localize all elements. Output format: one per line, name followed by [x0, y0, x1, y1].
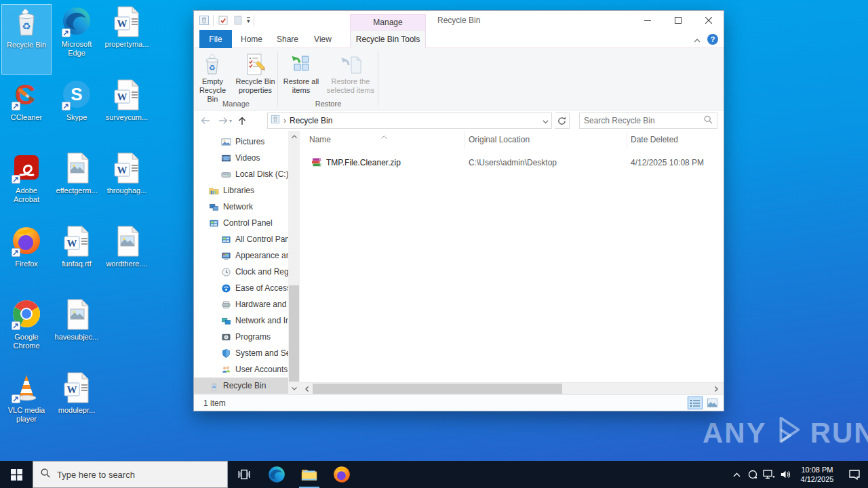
tab-share[interactable]: Share [270, 30, 305, 48]
details-view-button[interactable] [688, 396, 703, 409]
scroll-left-icon[interactable] [301, 383, 313, 395]
recent-locations-dropdown-icon[interactable]: ▾ [229, 118, 232, 124]
nav-item-hardware-and[interactable]: Hardware and [194, 296, 288, 312]
ribbon-button-restore-all-items[interactable]: Restore all items [279, 52, 323, 95]
volume-tray-icon[interactable] [777, 461, 793, 488]
nav-item-all-control-pan[interactable]: All Control Pan [194, 231, 288, 247]
tab-recycle-bin-tools[interactable]: Recycle Bin Tools [350, 30, 426, 48]
qat-customize-dropdown-icon[interactable]: ▾ [247, 17, 250, 24]
tab-home[interactable]: Home [235, 30, 269, 48]
scroll-down-icon[interactable] [288, 383, 300, 394]
desktop-icon-recycle-bin[interactable]: ♻Recycle Bin [1, 4, 52, 75]
network-tray-icon[interactable] [761, 461, 777, 488]
start-button[interactable] [0, 461, 33, 488]
file-explorer-taskbar-icon[interactable] [293, 461, 326, 488]
up-button[interactable] [233, 113, 251, 129]
column-header-date-deleted[interactable]: Date Deleted [627, 131, 724, 148]
nav-item-pictures[interactable]: Pictures [194, 134, 288, 150]
qat-blank-icon[interactable] [232, 15, 243, 26]
breadcrumb-recycle-bin-icon [271, 115, 280, 127]
desktop-icon-propertyma[interactable]: Wpropertyma... [102, 4, 152, 75]
firefox-taskbar-icon[interactable] [326, 461, 358, 488]
ribbon-button-empty-recycle-bin[interactable]: ♻Empty Recycle Bin [194, 52, 231, 104]
ribbon-button-label: Restore the selected items [324, 77, 377, 95]
breadcrumb[interactable]: Recycle Bin [290, 116, 542, 125]
edge-taskbar-icon[interactable] [260, 461, 293, 488]
nav-scrollbar-thumb[interactable] [289, 285, 299, 382]
desktop-icon-label: Firefox [14, 260, 39, 268]
collapse-ribbon-icon[interactable] [694, 33, 701, 45]
shortcut-arrow-icon [12, 248, 20, 257]
manage-contextual-tab[interactable]: Manage [350, 14, 426, 30]
desktop-icon-modulepr[interactable]: Wmodulepr... [52, 370, 102, 441]
nav-scrollbar[interactable] [288, 131, 300, 394]
desktop-icon-funfaq-rtf[interactable]: Wfunfaq.rtf [52, 224, 102, 294]
desktop-icon-adobe-acrobat[interactable]: Adobe Acrobat [1, 150, 52, 221]
nav-item-ease-of-access[interactable]: Ease of Access [194, 280, 288, 296]
desktop-icon-wordthere[interactable]: wordthere.... [102, 224, 152, 294]
action-center-icon[interactable] [841, 461, 868, 488]
nav-item-network[interactable]: Network [194, 199, 288, 215]
window-controls [632, 11, 724, 30]
address-dropdown-icon[interactable] [542, 115, 549, 127]
desktop-icon-surveycum[interactable]: Wsurveycum... [102, 77, 152, 148]
nav-item-appearance-an[interactable]: Appearance an [194, 247, 288, 264]
maximize-button[interactable] [663, 11, 693, 30]
tab-file[interactable]: File [199, 30, 232, 48]
qat-recycle-bin-icon[interactable] [198, 15, 210, 26]
column-header-name[interactable]: Name [301, 131, 465, 148]
scroll-right-icon[interactable] [711, 383, 722, 395]
tray-status-icon[interactable] [745, 461, 761, 488]
search-icon[interactable] [704, 115, 713, 127]
thumbnail-view-button[interactable] [705, 396, 719, 409]
ribbon-button-recycle-bin-properties[interactable]: Recycle Bin properties [233, 52, 278, 104]
explorer-search-box[interactable] [579, 113, 717, 129]
tray-expand-icon[interactable] [728, 461, 745, 488]
back-button[interactable] [197, 113, 214, 129]
qat-separator [254, 15, 254, 26]
net-internet-icon [221, 316, 231, 326]
address-bar[interactable]: › Recycle Bin [267, 113, 552, 129]
desktop-icon-havesubjec[interactable]: havesubjec... [52, 297, 102, 367]
desktop-icon-firefox[interactable]: Firefox [1, 224, 52, 294]
desktop-icon-skype[interactable]: SSkype [52, 77, 102, 148]
close-button[interactable] [693, 11, 724, 30]
desktop-icon-effectgerm[interactable]: effectgerm... [52, 150, 102, 221]
disk-icon [221, 169, 231, 180]
nav-item-recycle-bin[interactable]: ♻Recycle Bin [194, 378, 288, 394]
taskbar-search-input[interactable] [57, 470, 220, 480]
desktop-icon-google-chrome[interactable]: Google Chrome [1, 297, 52, 367]
desktop-icon-label: funfaq.rtf [60, 260, 92, 268]
nav-item-videos[interactable]: Videos [194, 150, 288, 166]
taskbar-search-box[interactable] [33, 461, 228, 488]
file-row-tmp-file-cleaner-zip[interactable]: TMP.File.Cleaner.zipC:\Users\admin\Deskt… [301, 155, 724, 169]
nav-item-libraries[interactable]: Libraries [194, 182, 288, 199]
task-view-button[interactable] [228, 461, 260, 488]
nav-item-clock-and-regi[interactable]: Clock and Regi [194, 264, 288, 280]
nav-item-system-and-se[interactable]: System and Se [194, 345, 288, 361]
nav-item-user-accounts[interactable]: User Accounts [194, 361, 288, 378]
column-header-original-location[interactable]: Original Location [465, 131, 627, 148]
clock-icon [221, 267, 231, 277]
desktop-icon-label: VLC media player [1, 406, 52, 424]
desktop-icon-ccleaner[interactable]: CCCleaner [1, 77, 52, 148]
tab-view[interactable]: View [307, 30, 339, 48]
explorer-search-input[interactable] [584, 116, 704, 125]
taskbar-clock[interactable]: 10:08 PM 4/12/2025 [793, 465, 841, 484]
nav-item-control-panel[interactable]: Control Panel [194, 215, 288, 231]
qat-properties-icon[interactable] [217, 15, 229, 26]
horizontal-scrollbar[interactable] [300, 382, 724, 394]
nav-item-network-and-in[interactable]: Network and In [194, 312, 288, 329]
desktop-icon-throughag[interactable]: Wthroughag... [102, 150, 152, 221]
desktop-icon-label: CCleaner [9, 113, 43, 122]
minimize-button[interactable] [632, 11, 663, 30]
scroll-up-icon[interactable] [288, 131, 300, 142]
nav-item-local-disk-c[interactable]: Local Disk (C:) [194, 166, 288, 182]
nav-item-programs[interactable]: Programs [194, 329, 288, 345]
desktop-icon-microsoft-edge[interactable]: Microsoft Edge [52, 4, 102, 75]
help-button[interactable]: ? [707, 34, 718, 45]
qat-separator [213, 15, 214, 26]
horizontal-scrollbar-thumb[interactable] [313, 384, 562, 394]
desktop-icon-vlc-media-player[interactable]: VLC media player [1, 370, 52, 441]
refresh-button[interactable] [555, 113, 570, 129]
